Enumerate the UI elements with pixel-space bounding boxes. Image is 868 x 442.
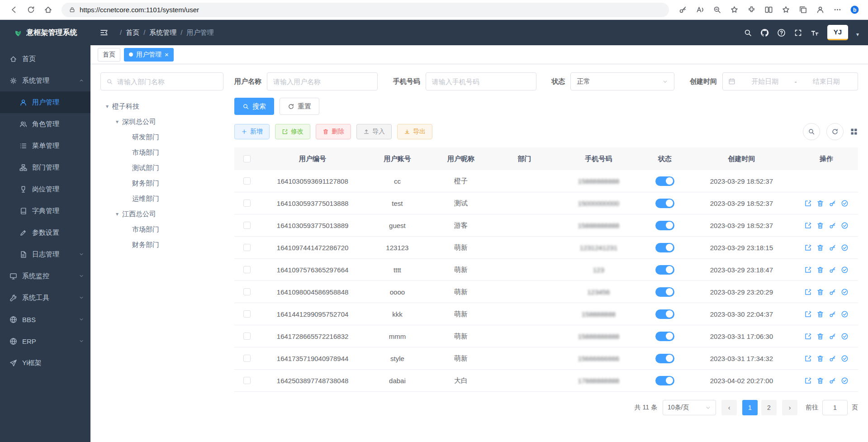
sidebar-item[interactable]: 用户管理 [0,91,90,113]
zoom-out-icon[interactable] [709,2,725,18]
edit-icon[interactable] [804,266,812,274]
assign-role-icon[interactable] [841,333,849,340]
row-checkbox[interactable] [243,355,251,362]
split-screen-icon[interactable] [760,2,777,18]
select-all-checkbox[interactable] [243,155,251,162]
fullscreen-icon[interactable] [794,29,802,37]
delete-icon[interactable] [816,310,824,318]
delete-icon[interactable] [816,266,824,274]
read-aloud-icon[interactable] [692,2,708,18]
edit-icon[interactable] [804,200,812,207]
tree-node[interactable]: ▾ 财务部门 [100,176,223,191]
edit-icon[interactable] [804,355,812,362]
status-toggle[interactable] [655,199,674,208]
magnifier-icon[interactable] [744,29,752,37]
question-icon[interactable] [777,29,786,37]
delete-icon[interactable] [816,377,824,385]
assign-role-icon[interactable] [841,244,849,252]
tree-node[interactable]: ▾ 财务部门 [100,237,223,252]
edit-icon[interactable] [804,310,812,318]
row-checkbox[interactable] [243,222,251,229]
address-bar[interactable]: https://ccnetcore.com:1101/system/user [62,3,669,17]
row-checkbox[interactable] [243,177,251,185]
sidebar-item[interactable]: BBS [0,309,90,330]
username-input[interactable] [267,72,378,90]
favorite-add-icon[interactable] [726,2,742,18]
sidebar-item[interactable]: 角色管理 [0,113,90,135]
breadcrumb-item[interactable]: 用户管理 [176,29,213,37]
page-button[interactable]: 2 [761,400,777,415]
sidebar-item[interactable]: 系统工具 [0,287,90,309]
edit-icon[interactable] [804,333,812,340]
delete-icon[interactable] [816,355,824,362]
status-toggle[interactable] [655,176,674,186]
collections-icon[interactable] [795,2,811,18]
status-toggle[interactable] [655,265,674,275]
row-checkbox[interactable] [243,333,251,340]
assign-role-icon[interactable] [841,288,849,296]
goto-page-input[interactable] [822,400,848,415]
avatar-dropdown-caret[interactable]: ▾ [856,31,859,38]
sidebar-item[interactable]: 系统监控 [0,265,90,287]
next-page-button[interactable]: › [782,400,797,415]
phone-input[interactable] [426,72,536,90]
assign-role-icon[interactable] [841,222,849,229]
tree-node[interactable]: ▾ 橙子科技 [100,99,223,114]
tab[interactable]: 首页 × [98,48,120,62]
sidebar-item[interactable]: 岗位管理 [0,178,90,200]
tree-node[interactable]: ▾ 深圳总公司 [100,114,223,129]
reset-button[interactable]: 重置 [280,98,319,115]
tree-node[interactable]: ▾ 运维部门 [100,191,223,206]
caret-down-icon[interactable]: ▾ [112,211,122,217]
import-button[interactable]: 导入 [356,124,392,139]
reset-password-icon[interactable] [829,222,836,229]
status-toggle[interactable] [655,376,674,385]
row-checkbox[interactable] [243,310,251,318]
reset-password-icon[interactable] [829,266,836,274]
delete-icon[interactable] [816,333,824,340]
sidebar-item[interactable]: Yi框架 [0,352,90,374]
assign-role-icon[interactable] [841,355,849,362]
assign-role-icon[interactable] [841,377,849,385]
breadcrumb-item[interactable]: 首页 [116,29,139,37]
row-checkbox[interactable] [243,288,251,295]
user-avatar[interactable]: YJ [827,25,848,40]
status-toggle[interactable] [655,354,674,363]
caret-down-icon[interactable]: ▾ [102,103,112,109]
toggle-search-button[interactable] [803,123,820,140]
sidebar-item[interactable]: 首页 [0,48,90,70]
row-checkbox[interactable] [243,377,251,384]
reset-password-icon[interactable] [829,200,836,207]
sidebar-item[interactable]: 参数设置 [0,222,90,243]
bing-icon[interactable]: b [846,2,863,18]
status-select[interactable]: 正常 [570,72,674,90]
tree-node[interactable]: ▾ 测试部门 [100,160,223,176]
reset-password-icon[interactable] [829,355,836,362]
row-checkbox[interactable] [243,266,251,273]
page-size-select[interactable]: 10条/页 [663,400,716,415]
assign-role-icon[interactable] [841,200,849,207]
row-checkbox[interactable] [243,200,251,207]
fontsize-icon[interactable] [811,29,819,37]
assign-role-icon[interactable] [841,310,849,318]
caret-down-icon[interactable]: ▾ [112,119,122,125]
close-tab-icon[interactable]: × [165,51,169,58]
edit-icon[interactable] [804,288,812,296]
sidebar-item[interactable]: 部门管理 [0,157,90,178]
status-toggle[interactable] [655,332,674,341]
key-icon[interactable] [674,2,691,18]
github-icon[interactable] [760,29,769,37]
reset-password-icon[interactable] [829,288,836,296]
edit-icon[interactable] [804,377,812,385]
tab[interactable]: 用户管理 × [124,48,174,62]
home-icon[interactable] [40,2,56,18]
sidebar-fold-icon[interactable] [100,28,109,37]
edit-icon[interactable] [804,222,812,229]
assign-role-icon[interactable] [841,266,849,274]
edit-button[interactable]: 修改 [275,124,310,139]
sidebar-item[interactable]: 日志管理 [0,243,90,265]
edit-icon[interactable] [804,244,812,252]
delete-button[interactable]: 删除 [316,124,351,139]
reset-password-icon[interactable] [829,333,836,340]
extensions-icon[interactable] [743,2,759,18]
